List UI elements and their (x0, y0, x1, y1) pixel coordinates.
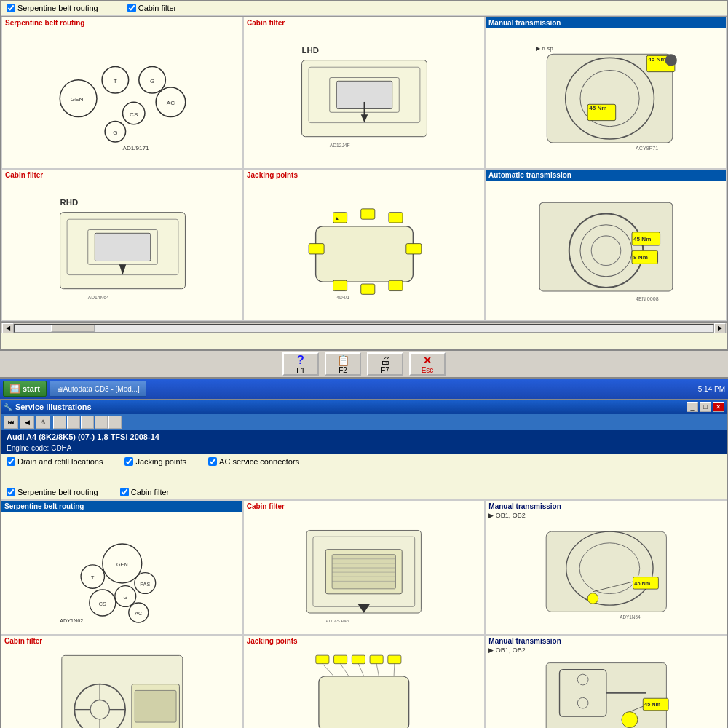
top-scrollbar[interactable]: ◀ ▶ (1, 322, 727, 333)
top-cell-auto-trans: Automatic transmission 45 Nm 8 Nm 4EN 00… (485, 169, 727, 321)
svg-rect-46 (360, 284, 374, 294)
svg-text:G: G (149, 78, 154, 84)
svg-text:PAS: PAS (140, 581, 150, 587)
svg-rect-99 (135, 691, 176, 723)
toolbar-btn-3[interactable] (81, 416, 94, 429)
svg-text:45 Nm: 45 Nm (589, 106, 606, 112)
app-titlebar: 🔧 Service illustrations _ □ ✕ (1, 400, 727, 414)
start-windows-icon: 🪟 (9, 384, 20, 394)
bottom-content-serpentine: GEN T CS G PAS AC ADY1N62 (1, 512, 242, 632)
bottom-cell-serpentine: Serpentine belt routing GEN T CS G PAS A… (1, 500, 243, 635)
toolbar-btn-1[interactable] (53, 416, 66, 429)
svg-rect-35 (95, 234, 150, 261)
svg-rect-101 (316, 655, 329, 664)
cb-ac-service[interactable]: AC service connectors (208, 457, 299, 466)
bottom-jacking-svg: AD4n4J (256, 652, 472, 728)
top-diagram-grid: Serpentine belt routing GEN T G AC CS G (1, 16, 727, 322)
f1-label: F1 (296, 367, 305, 375)
svg-rect-44 (405, 244, 421, 254)
toolbar-btn-5[interactable] (108, 416, 122, 429)
f2-button[interactable]: 📋 F2 (325, 352, 361, 376)
jacking-svg: ▲ 4D4/1 (256, 191, 472, 309)
function-toolbar: ? F1 📋 F2 🖨 F7 ✕ Esc (0, 349, 728, 379)
toolbar-btn-2[interactable] (67, 416, 80, 429)
checkboxes-row2: Serpentine belt routing Cabin filter (7, 488, 721, 496)
svg-rect-105 (388, 655, 401, 664)
scroll-track[interactable] (14, 324, 714, 333)
svg-rect-49 (539, 203, 673, 292)
svg-text:AD12J4F: AD12J4F (329, 143, 349, 148)
f7-label: F7 (381, 366, 389, 374)
svg-rect-106 (319, 676, 409, 728)
checkbox-cabin-filter-top[interactable]: Cabin filter (127, 4, 177, 12)
checkbox-serpentine-belt[interactable]: Serpentine belt routing (7, 4, 98, 12)
vehicle-info: Audi A4 (8K2/8K5) (07-) 1,8 TFSI 2008-14 (1, 430, 727, 443)
bottom-content-cabin1: AD14S P46 (244, 512, 485, 632)
maximize-button[interactable]: □ (700, 402, 711, 412)
svg-text:AC: AC (135, 610, 142, 617)
top-cell-jacking: Jacking points ▲ 4D4/1 (243, 169, 485, 321)
scroll-right-btn[interactable]: ▶ (714, 323, 726, 333)
app-icon: 🔧 (4, 403, 12, 411)
f7-icon: 🖨 (380, 355, 390, 366)
svg-rect-103 (352, 655, 365, 664)
cabin-rhd-svg: RHD AD14N64 (15, 191, 231, 309)
cb-drain-refill[interactable]: Drain and refill locations (7, 457, 103, 466)
svg-text:GEN: GEN (116, 561, 128, 568)
svg-rect-45 (333, 281, 347, 291)
cb-serpentine-bottom[interactable]: Serpentine belt routing (7, 488, 98, 496)
cell-title-cabin-rhd: Cabin filter (2, 170, 242, 181)
svg-text:4EN 0008: 4EN 0008 (636, 296, 659, 302)
scroll-left-btn[interactable]: ◀ (2, 323, 14, 333)
bottom-cell-jacking: Jacking points (243, 635, 486, 728)
scroll-thumb[interactable] (51, 325, 95, 332)
cb-jacking-bottom[interactable]: Jacking points (124, 457, 186, 466)
nav-prev-btn[interactable]: ◀ (20, 416, 34, 429)
cell-title-jacking: Jacking points (244, 170, 484, 181)
minimize-button[interactable]: _ (687, 402, 698, 412)
taskbar-app-label: Autodata CD3 - [Mod...] (63, 385, 140, 393)
f2-label: F2 (339, 366, 347, 374)
svg-line-109 (359, 664, 364, 676)
f7-button[interactable]: 🖨 F7 (367, 352, 403, 376)
svg-text:LHD: LHD (301, 46, 319, 55)
auto-trans-svg: 45 Nm 8 Nm 4EN 0008 (498, 191, 714, 309)
esc-button[interactable]: ✕ Esc (409, 352, 446, 376)
svg-text:ACY9P71: ACY9P71 (636, 146, 658, 152)
svg-rect-47 (388, 281, 402, 291)
taskbar-right: 5:14 PM (698, 385, 725, 393)
bottom-subtitle-manual1: ▶ OB1, OB2 (486, 512, 727, 519)
nav-warn-btn[interactable]: ⚠ (36, 416, 50, 429)
svg-line-108 (341, 664, 349, 676)
start-label: start (23, 384, 40, 393)
bottom-content-cabin2: ADY6600 (1, 646, 242, 728)
cell-content-jacking: ▲ 4D4/1 (244, 170, 484, 320)
nav-first-btn[interactable]: ⏮ (4, 416, 18, 429)
bottom-title-jacking: Jacking points (244, 636, 485, 646)
bottom-title-manual2: Manual transmission (486, 636, 727, 646)
close-button[interactable]: ✕ (713, 402, 724, 412)
f1-icon: ? (297, 354, 304, 367)
top-cell-serpentine: Serpentine belt routing GEN T G AC CS G (1, 17, 243, 169)
svg-text:▶ 6 sp: ▶ 6 sp (536, 46, 553, 52)
bottom-cell-cabin2: Cabin filter ADY6600 (1, 635, 243, 728)
windows-taskbar: 🪟 start 🖥 Autodata CD3 - [Mod...] 5:14 P… (0, 379, 728, 399)
svg-rect-42 (388, 213, 402, 223)
bottom-cell-manual2: Manual transmission ▶ OB1, OB2 45 Nm (485, 635, 727, 728)
bottom-cabin1-svg: AD14S P46 (256, 518, 472, 626)
svg-text:4D4/1: 4D4/1 (336, 295, 349, 300)
engine-code: Engine code: CDHA (1, 443, 727, 454)
esc-icon: ✕ (423, 355, 432, 366)
start-button[interactable]: 🪟 start (3, 381, 47, 397)
bottom-title-serpentine: Serpentine belt routing (1, 501, 242, 512)
toolbar-btn-4[interactable] (95, 416, 108, 429)
esc-label: Esc (422, 366, 434, 374)
cb-cabin-bottom[interactable]: Cabin filter (120, 488, 170, 496)
taskbar-autodata-item[interactable]: 🖥 Autodata CD3 - [Mod...] (50, 381, 146, 397)
bottom-content-manual2: 45 Nm ADY1N67 (486, 654, 727, 728)
svg-rect-41 (360, 209, 374, 219)
bottom-cell-cabin1: Cabin filter AD14S P (243, 500, 486, 635)
svg-text:T: T (91, 574, 95, 581)
f1-button[interactable]: ? F1 (282, 352, 319, 376)
svg-rect-104 (370, 655, 383, 664)
